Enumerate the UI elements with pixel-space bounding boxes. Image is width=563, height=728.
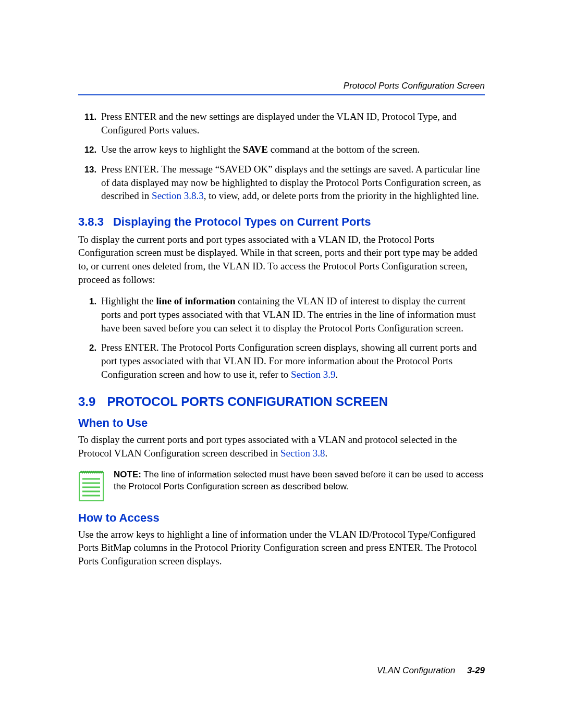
heading-3-8-3: 3.8.3Displaying the Protocol Types on Cu…: [78, 215, 485, 229]
step-text-suffix: .: [336, 369, 338, 380]
note-label: NOTE:: [114, 470, 141, 479]
footer-page-number: 3-29: [467, 665, 485, 675]
step-text-prefix: Highlight the: [101, 295, 156, 306]
step-text-prefix: Use the arrow keys to highlight the: [101, 144, 243, 155]
section-link[interactable]: Section 3.8.3: [152, 190, 204, 201]
ordered-steps-continued: Press ENTER and the new settings are dis…: [78, 110, 485, 203]
step-text: Press ENTER and the new settings are dis…: [101, 111, 457, 135]
heading-3-9: 3.9PROTOCOL PORTS CONFIGURATION SCREEN: [78, 394, 485, 409]
heading-number: 3.9: [78, 394, 95, 409]
subheading-when-to-use: When to Use: [78, 416, 485, 430]
footer-title: VLAN Configuration: [377, 665, 455, 675]
step-text-suffix: command at the bottom of the screen.: [268, 144, 420, 155]
when-to-use-text: To display the current ports and port ty…: [78, 433, 485, 460]
note-body: The line of information selected must ha…: [114, 470, 483, 492]
heading-title: Displaying the Protocol Types on Current…: [113, 215, 371, 228]
text-prefix: To display the current ports and port ty…: [78, 434, 457, 459]
step-1: Highlight the line of information contai…: [99, 294, 485, 335]
heading-title: PROTOCOL PORTS CONFIGURATION SCREEN: [107, 394, 388, 409]
step-text-bold: SAVE: [243, 144, 268, 155]
subheading-how-to-access: How to Access: [78, 511, 485, 525]
document-page: Protocol Ports Configuration Screen Pres…: [0, 0, 563, 728]
header-rule: [78, 94, 485, 95]
running-header: Protocol Ports Configuration Screen: [78, 81, 485, 91]
how-to-access-text: Use the arrow keys to highlight a line o…: [78, 528, 485, 568]
step-text-prefix: Press ENTER. The Protocol Ports Configur…: [101, 342, 477, 379]
note-text: NOTE: The line of information selected m…: [114, 468, 485, 493]
step-13: Press ENTER. The message “SAVED OK” disp…: [99, 163, 485, 203]
section-link[interactable]: Section 3.9: [291, 369, 336, 380]
note-block: NOTE: The line of information selected m…: [78, 468, 485, 502]
step-text-suffix: , to view, add, or delete ports from the…: [204, 190, 479, 201]
section-link[interactable]: Section 3.8: [280, 448, 325, 459]
step-12: Use the arrow keys to highlight the SAVE…: [99, 143, 485, 156]
step-text-bold: line of information: [156, 295, 236, 306]
step-11: Press ENTER and the new settings are dis…: [99, 110, 485, 137]
heading-number: 3.8.3: [78, 215, 104, 229]
ordered-steps-383: Highlight the line of information contai…: [78, 294, 485, 381]
section-intro: To display the current ports and port ty…: [78, 233, 485, 287]
notepad-icon: [78, 468, 104, 502]
page-footer: VLAN Configuration 3-29: [377, 665, 485, 676]
text-suffix: .: [325, 448, 328, 459]
step-2: Press ENTER. The Protocol Ports Configur…: [99, 341, 485, 381]
